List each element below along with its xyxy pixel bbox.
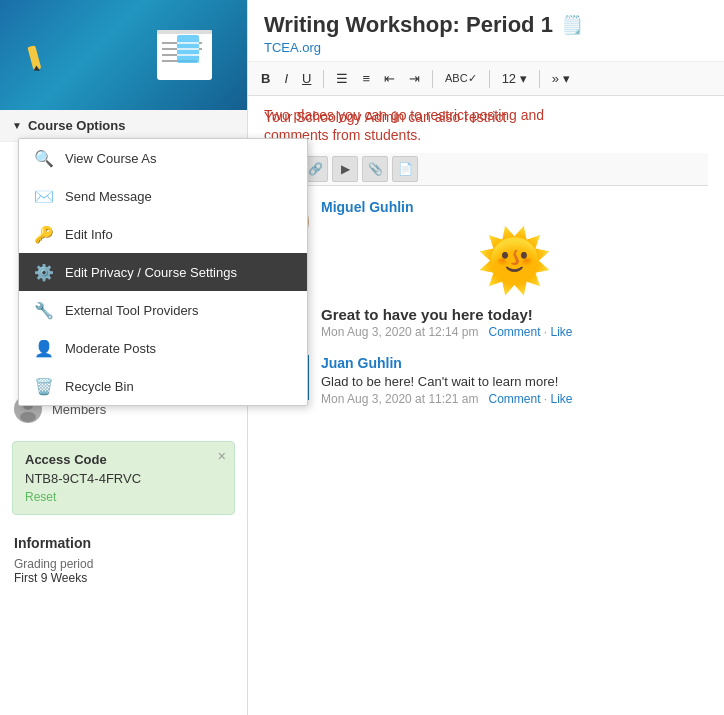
bullet-list-button[interactable]: ☰ (331, 69, 353, 88)
italic-button[interactable]: I (279, 69, 293, 88)
send-message-icon: ✉️ (33, 185, 55, 207)
menu-label-moderate-posts: Moderate Posts (65, 341, 156, 356)
post-timestamp-miguel: Mon Aug 3, 2020 at 12:14 pm (321, 325, 478, 339)
toolbar-sep-4 (539, 70, 540, 88)
insert-file-button[interactable]: 📎 (362, 156, 388, 182)
post-body-miguel: Miguel Guhlin 🌞 Great to have you here t… (321, 199, 708, 339)
banner-book-icon (147, 15, 227, 95)
grading-period-label: Grading period (14, 557, 233, 571)
course-options-menu: 🔍 View Course As ✉️ Send Message 🔑 Edit … (18, 138, 308, 406)
post-great-text: Great to have you here today! (321, 306, 708, 323)
access-code-value: NTB8-9CT4-4FRVC (25, 471, 222, 486)
more-toolbar-button[interactable]: » ▾ (547, 69, 575, 88)
bold-button[interactable]: B (256, 69, 275, 88)
menu-item-view-course-as[interactable]: 🔍 View Course As (19, 139, 307, 177)
access-code-box: × Access Code NTB8-9CT4-4FRVC Reset (12, 441, 235, 515)
sidebar: ▼ Course Options 🔍 View Course As ✉️ Sen… (0, 0, 248, 715)
underline-button[interactable]: U (297, 69, 316, 88)
posts-list: Miguel Guhlin 🌞 Great to have you here t… (248, 191, 724, 430)
svg-rect-0 (27, 45, 41, 70)
toolbar-sep-2 (432, 70, 433, 88)
indent-button[interactable]: ⇥ (404, 69, 425, 88)
main-header: Writing Workshop: Period 1 🗒️ TCEA.org (248, 0, 724, 62)
copy-icon[interactable]: 🗒️ (561, 14, 583, 36)
moderate-posts-icon: 👤 (33, 337, 55, 359)
comment-link-juan[interactable]: Comment (488, 392, 540, 406)
access-code-title: Access Code (25, 452, 222, 467)
access-code-reset-link[interactable]: Reset (25, 490, 222, 504)
edit-info-icon: 🔑 (33, 223, 55, 245)
comment-link-miguel[interactable]: Comment (488, 325, 540, 339)
like-link-juan[interactable]: Like (551, 392, 573, 406)
menu-label-send-message: Send Message (65, 189, 152, 204)
annotation-area: Two places you can go to restrict postin… (248, 96, 724, 191)
menu-item-edit-info[interactable]: 🔑 Edit Info (19, 215, 307, 253)
menu-item-send-message[interactable]: ✉️ Send Message (19, 177, 307, 215)
numbered-list-button[interactable]: ≡ (357, 69, 375, 88)
menu-item-edit-privacy[interactable]: ⚙️ Edit Privacy / Course Settings (19, 253, 307, 291)
course-title-text: Writing Workshop: Period 1 (264, 12, 553, 38)
recycle-bin-icon: 🗑️ (33, 375, 55, 397)
post-author-juan[interactable]: Juan Guhlin (321, 355, 708, 371)
font-size-selector[interactable]: 12 ▾ (497, 69, 532, 88)
like-link-miguel[interactable]: Like (551, 325, 573, 339)
course-banner (0, 0, 247, 110)
menu-item-recycle-bin[interactable]: 🗑️ Recycle Bin (19, 367, 307, 405)
editor-toolbar-row2: 🖼 🔗 ▶ 📎 📄 (264, 153, 708, 186)
post-author-miguel[interactable]: Miguel Guhlin (321, 199, 708, 215)
menu-label-edit-privacy: Edit Privacy / Course Settings (65, 265, 237, 280)
view-course-icon: 🔍 (33, 147, 55, 169)
information-section: Information Grading period First 9 Weeks (0, 525, 247, 595)
post-body-juan: Juan Guhlin Glad to be here! Can't wait … (321, 355, 708, 406)
svg-point-13 (20, 412, 36, 422)
grading-period-value: First 9 Weeks (14, 571, 233, 585)
post-timestamp-juan: Mon Aug 3, 2020 at 11:21 am (321, 392, 478, 406)
post-item-miguel: Miguel Guhlin 🌞 Great to have you here t… (264, 199, 708, 339)
post-meta-juan: Mon Aug 3, 2020 at 11:21 am Comment · Li… (321, 392, 708, 406)
course-link[interactable]: TCEA.org (264, 40, 708, 55)
post-meta-miguel: Mon Aug 3, 2020 at 12:14 pm Comment · Li… (321, 325, 708, 339)
insert-resource-button[interactable]: 📄 (392, 156, 418, 182)
content-area: Two places you can go to restrict postin… (248, 96, 724, 430)
main-content: Writing Workshop: Period 1 🗒️ TCEA.org B… (248, 0, 724, 715)
sun-emoji: 🌞 (477, 227, 552, 294)
menu-label-external-tool: External Tool Providers (65, 303, 198, 318)
course-title-row: Writing Workshop: Period 1 🗒️ (264, 12, 708, 38)
editor-toolbar-row1: B I U ☰ ≡ ⇤ ⇥ ABC✓ 12 ▾ » ▾ (248, 62, 724, 96)
banner-pencil-icon (25, 35, 65, 75)
edit-privacy-icon: ⚙️ (33, 261, 55, 283)
course-options-label: Course Options (28, 118, 126, 133)
post-text-juan: Glad to be here! Can't wait to learn mor… (321, 374, 708, 389)
menu-item-external-tool[interactable]: 🔧 External Tool Providers (19, 291, 307, 329)
spellcheck-button[interactable]: ABC✓ (440, 70, 482, 87)
external-tool-icon: 🔧 (33, 299, 55, 321)
collapse-icon: ▼ (12, 120, 22, 131)
information-title: Information (14, 535, 233, 551)
menu-label-edit-info: Edit Info (65, 227, 113, 242)
toolbar-sep-1 (323, 70, 324, 88)
access-code-close-button[interactable]: × (218, 448, 226, 464)
menu-label-view-course-as: View Course As (65, 151, 157, 166)
sun-area: 🌞 (321, 215, 708, 306)
post-item-juan: Juan Guhlin Glad to be here! Can't wait … (264, 355, 708, 406)
svg-rect-3 (157, 30, 212, 34)
menu-item-moderate-posts[interactable]: 👤 Moderate Posts (19, 329, 307, 367)
toolbar-sep-3 (489, 70, 490, 88)
annotation-text-1: Two places you can go to restrict postin… (264, 106, 564, 145)
menu-label-recycle-bin: Recycle Bin (65, 379, 134, 394)
outdent-button[interactable]: ⇤ (379, 69, 400, 88)
insert-media-button[interactable]: ▶ (332, 156, 358, 182)
